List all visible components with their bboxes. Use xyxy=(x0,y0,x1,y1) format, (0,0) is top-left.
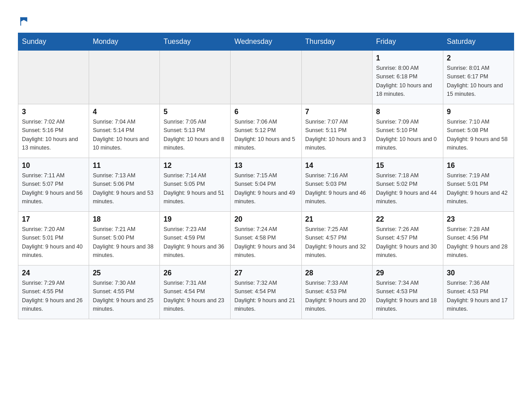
day-number: 20 xyxy=(234,215,297,223)
day-number: 1 xyxy=(376,54,439,62)
calendar-cell xyxy=(18,51,89,104)
calendar-cell: 11Sunrise: 7:13 AMSunset: 5:06 PMDayligh… xyxy=(89,158,160,212)
day-number: 28 xyxy=(305,269,369,277)
day-info: Sunrise: 7:34 AMSunset: 4:53 PMDaylight:… xyxy=(376,279,439,314)
calendar-cell: 15Sunrise: 7:18 AMSunset: 5:02 PMDayligh… xyxy=(372,158,443,212)
day-info: Sunrise: 7:31 AMSunset: 4:54 PMDaylight:… xyxy=(163,279,227,314)
day-number: 2 xyxy=(447,54,510,62)
day-info: Sunrise: 7:33 AMSunset: 4:53 PMDaylight:… xyxy=(305,279,369,314)
calendar-cell: 3Sunrise: 7:02 AMSunset: 5:16 PMDaylight… xyxy=(18,104,89,158)
day-info: Sunrise: 7:24 AMSunset: 4:58 PMDaylight:… xyxy=(234,225,297,260)
calendar-cell: 28Sunrise: 7:33 AMSunset: 4:53 PMDayligh… xyxy=(301,265,372,319)
day-number: 26 xyxy=(163,269,227,277)
day-number: 7 xyxy=(305,108,369,116)
calendar-cell xyxy=(301,51,372,104)
calendar-cell: 17Sunrise: 7:20 AMSunset: 5:01 PMDayligh… xyxy=(18,212,89,265)
calendar-cell: 16Sunrise: 7:19 AMSunset: 5:01 PMDayligh… xyxy=(443,158,514,212)
day-info: Sunrise: 7:05 AMSunset: 5:13 PMDaylight:… xyxy=(163,118,227,153)
calendar-cell: 14Sunrise: 7:16 AMSunset: 5:03 PMDayligh… xyxy=(301,158,372,212)
day-info: Sunrise: 7:06 AMSunset: 5:12 PMDaylight:… xyxy=(234,118,297,153)
calendar-cell: 22Sunrise: 7:26 AMSunset: 4:57 PMDayligh… xyxy=(372,212,443,265)
day-number: 23 xyxy=(447,215,510,223)
day-number: 21 xyxy=(305,215,369,223)
header-monday: Monday xyxy=(89,33,160,51)
day-number: 13 xyxy=(234,162,297,170)
calendar-cell: 7Sunrise: 7:07 AMSunset: 5:11 PMDaylight… xyxy=(301,104,372,158)
calendar-cell: 4Sunrise: 7:04 AMSunset: 5:14 PMDaylight… xyxy=(89,104,160,158)
day-number: 18 xyxy=(93,215,156,223)
calendar-cell: 27Sunrise: 7:32 AMSunset: 4:54 PMDayligh… xyxy=(231,265,301,319)
calendar-cell: 18Sunrise: 7:21 AMSunset: 5:00 PMDayligh… xyxy=(89,212,160,265)
calendar-cell xyxy=(160,51,231,104)
day-number: 27 xyxy=(234,269,297,277)
day-number: 15 xyxy=(376,162,439,170)
day-number: 29 xyxy=(376,269,439,277)
day-number: 6 xyxy=(234,108,297,116)
day-number: 11 xyxy=(93,162,156,170)
calendar-cell: 6Sunrise: 7:06 AMSunset: 5:12 PMDaylight… xyxy=(231,104,301,158)
day-info: Sunrise: 7:29 AMSunset: 4:55 PMDaylight:… xyxy=(22,279,85,314)
calendar-cell: 12Sunrise: 7:14 AMSunset: 5:05 PMDayligh… xyxy=(160,158,231,212)
header-wednesday: Wednesday xyxy=(231,33,301,51)
day-info: Sunrise: 7:36 AMSunset: 4:53 PMDaylight:… xyxy=(447,279,510,314)
weekday-header-row: SundayMondayTuesdayWednesdayThursdayFrid… xyxy=(18,33,514,51)
header-saturday: Saturday xyxy=(443,33,514,51)
calendar-cell: 30Sunrise: 7:36 AMSunset: 4:53 PMDayligh… xyxy=(443,265,514,319)
calendar-cell: 21Sunrise: 7:25 AMSunset: 4:57 PMDayligh… xyxy=(301,212,372,265)
day-number: 24 xyxy=(22,269,85,277)
day-info: Sunrise: 7:19 AMSunset: 5:01 PMDaylight:… xyxy=(447,171,510,206)
calendar-cell: 29Sunrise: 7:34 AMSunset: 4:53 PMDayligh… xyxy=(372,265,443,319)
day-info: Sunrise: 7:09 AMSunset: 5:10 PMDaylight:… xyxy=(376,118,439,153)
day-number: 19 xyxy=(163,215,227,223)
calendar-cell: 2Sunrise: 8:01 AMSunset: 6:17 PMDaylight… xyxy=(443,51,514,104)
day-number: 5 xyxy=(163,108,227,116)
header-thursday: Thursday xyxy=(301,33,372,51)
day-number: 22 xyxy=(376,215,439,223)
day-info: Sunrise: 7:28 AMSunset: 4:56 PMDaylight:… xyxy=(447,225,510,260)
day-info: Sunrise: 8:01 AMSunset: 6:17 PMDaylight:… xyxy=(447,64,510,99)
day-number: 14 xyxy=(305,162,369,170)
calendar-cell: 10Sunrise: 7:11 AMSunset: 5:07 PMDayligh… xyxy=(18,158,89,212)
svg-marker-0 xyxy=(20,17,27,21)
logo-flag-icon xyxy=(19,16,30,26)
day-number: 4 xyxy=(93,108,156,116)
day-info: Sunrise: 7:30 AMSunset: 4:55 PMDaylight:… xyxy=(93,279,156,314)
header-sunday: Sunday xyxy=(18,33,89,51)
calendar-cell: 23Sunrise: 7:28 AMSunset: 4:56 PMDayligh… xyxy=(443,212,514,265)
day-info: Sunrise: 7:14 AMSunset: 5:05 PMDaylight:… xyxy=(163,171,227,206)
calendar-cell: 26Sunrise: 7:31 AMSunset: 4:54 PMDayligh… xyxy=(160,265,231,319)
header-tuesday: Tuesday xyxy=(160,33,231,51)
week-row-2: 3Sunrise: 7:02 AMSunset: 5:16 PMDaylight… xyxy=(18,104,514,158)
day-number: 30 xyxy=(447,269,510,277)
calendar-cell: 1Sunrise: 8:00 AMSunset: 6:18 PMDaylight… xyxy=(372,51,443,104)
day-info: Sunrise: 7:04 AMSunset: 5:14 PMDaylight:… xyxy=(93,118,156,153)
day-info: Sunrise: 7:02 AMSunset: 5:16 PMDaylight:… xyxy=(22,118,85,153)
day-info: Sunrise: 7:15 AMSunset: 5:04 PMDaylight:… xyxy=(234,171,297,206)
day-info: Sunrise: 7:26 AMSunset: 4:57 PMDaylight:… xyxy=(376,225,439,260)
day-number: 3 xyxy=(22,108,85,116)
day-info: Sunrise: 7:18 AMSunset: 5:02 PMDaylight:… xyxy=(376,171,439,206)
calendar-cell: 24Sunrise: 7:29 AMSunset: 4:55 PMDayligh… xyxy=(18,265,89,319)
day-info: Sunrise: 7:32 AMSunset: 4:54 PMDaylight:… xyxy=(234,279,297,314)
day-number: 17 xyxy=(22,215,85,223)
day-info: Sunrise: 7:25 AMSunset: 4:57 PMDaylight:… xyxy=(305,225,369,260)
week-row-3: 10Sunrise: 7:11 AMSunset: 5:07 PMDayligh… xyxy=(18,158,514,212)
calendar-cell xyxy=(231,51,301,104)
calendar-cell: 25Sunrise: 7:30 AMSunset: 4:55 PMDayligh… xyxy=(89,265,160,319)
week-row-5: 24Sunrise: 7:29 AMSunset: 4:55 PMDayligh… xyxy=(18,265,514,319)
calendar-cell xyxy=(89,51,160,104)
calendar-cell: 9Sunrise: 7:10 AMSunset: 5:08 PMDaylight… xyxy=(443,104,514,158)
day-info: Sunrise: 7:10 AMSunset: 5:08 PMDaylight:… xyxy=(447,118,510,153)
calendar-cell: 8Sunrise: 7:09 AMSunset: 5:10 PMDaylight… xyxy=(372,104,443,158)
day-info: Sunrise: 7:20 AMSunset: 5:01 PMDaylight:… xyxy=(22,225,85,260)
day-number: 12 xyxy=(163,162,227,170)
calendar-table: SundayMondayTuesdayWednesdayThursdayFrid… xyxy=(18,33,514,319)
day-info: Sunrise: 7:23 AMSunset: 4:59 PMDaylight:… xyxy=(163,225,227,260)
page-header xyxy=(18,13,514,24)
header-friday: Friday xyxy=(372,33,443,51)
calendar-cell: 5Sunrise: 7:05 AMSunset: 5:13 PMDaylight… xyxy=(160,104,231,158)
day-number: 10 xyxy=(22,162,85,170)
svg-rect-1 xyxy=(20,17,21,26)
day-info: Sunrise: 7:11 AMSunset: 5:07 PMDaylight:… xyxy=(22,171,85,206)
calendar-cell: 20Sunrise: 7:24 AMSunset: 4:58 PMDayligh… xyxy=(231,212,301,265)
